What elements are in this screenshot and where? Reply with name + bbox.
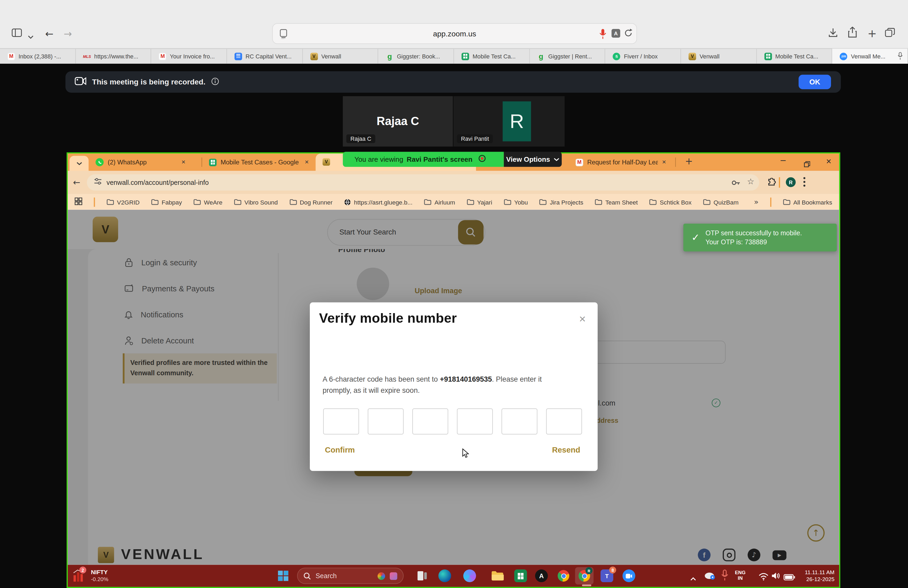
share-icon[interactable] bbox=[848, 27, 857, 40]
close-tab-icon[interactable]: ✕ bbox=[304, 159, 309, 165]
mic-icon[interactable] bbox=[599, 28, 606, 41]
safari-tab-venwall-meeting[interactable]: Venwall Me... bbox=[832, 48, 908, 64]
address-bar[interactable]: app.zoom.us A bbox=[272, 23, 637, 44]
bookmarks-overflow-icon[interactable]: » bbox=[754, 198, 758, 206]
kebab-menu-icon[interactable] bbox=[803, 177, 805, 189]
bookmark-folder-yajari[interactable]: Yajari bbox=[467, 198, 492, 205]
restore-window-icon[interactable] bbox=[804, 159, 810, 170]
otp-input-5[interactable] bbox=[502, 408, 538, 435]
battery-icon[interactable] bbox=[784, 572, 795, 583]
bookmark-link-gluege[interactable]: https://asrt.gluege.b... bbox=[344, 198, 412, 205]
record-dot-icon bbox=[478, 154, 486, 164]
file-explorer-icon[interactable] bbox=[491, 569, 504, 582]
spreadsheet-app-icon[interactable] bbox=[514, 569, 527, 582]
reload-icon[interactable] bbox=[624, 28, 633, 39]
back-button[interactable]: ← bbox=[45, 28, 53, 40]
bookmark-folder-yobu[interactable]: Yobu bbox=[504, 198, 528, 205]
bookmark-folder-quizbam[interactable]: QuizBam bbox=[703, 198, 738, 205]
resend-button[interactable]: Resend bbox=[552, 445, 580, 454]
tab-divider bbox=[675, 158, 676, 167]
otp-input-6[interactable] bbox=[546, 408, 582, 435]
taskbar-search[interactable]: Search bbox=[297, 568, 404, 584]
bookmark-folder-v2grid[interactable]: V2GRID bbox=[106, 198, 140, 205]
tab-search-button[interactable] bbox=[69, 156, 89, 171]
safari-tab-rc-capital[interactable]: RC Capital Vent... bbox=[227, 48, 303, 64]
participant-name-chip: Rajaa C bbox=[346, 134, 375, 143]
modal-close-icon[interactable]: ✕ bbox=[579, 314, 586, 324]
zoom-app-icon[interactable] bbox=[623, 569, 635, 582]
chrome-tab-whatsapp[interactable]: (2) WhatsApp ✕ bbox=[91, 153, 200, 171]
new-tab-button[interactable]: + bbox=[685, 156, 693, 167]
start-button[interactable] bbox=[278, 570, 288, 583]
safari-tab-fiverr[interactable]: Fiverr / Inbox bbox=[605, 48, 681, 64]
downloads-icon[interactable] bbox=[828, 28, 838, 40]
apps-grid-icon[interactable] bbox=[75, 197, 82, 207]
otp-input-4[interactable] bbox=[457, 408, 493, 435]
participant-tile-rajaa[interactable]: Rajaa C Rajaa C bbox=[343, 96, 453, 147]
safari-tab-mobile-test[interactable]: Mobile Test Ca... bbox=[454, 48, 530, 64]
task-view-icon[interactable] bbox=[416, 569, 428, 582]
taskbar-clock[interactable]: 11.11.11 AM 26-12-2025 bbox=[796, 569, 834, 583]
bookmark-folder-vibro-sound[interactable]: Vibro Sound bbox=[234, 198, 278, 205]
otp-input-1[interactable] bbox=[323, 408, 359, 435]
close-window-icon[interactable]: ✕ bbox=[826, 158, 832, 166]
weather-icon[interactable] bbox=[704, 570, 716, 583]
forward-button[interactable]: → bbox=[64, 28, 72, 40]
safari-tab-mls[interactable]: https://www.the... bbox=[76, 48, 151, 64]
bookmark-star-icon[interactable]: ☆ bbox=[747, 177, 754, 186]
safari-tab-giggster-rent[interactable]: Giggster | Rent... bbox=[530, 48, 605, 64]
wifi-icon[interactable] bbox=[758, 572, 768, 583]
close-tab-icon[interactable]: ✕ bbox=[662, 159, 666, 165]
ok-button[interactable]: OK bbox=[799, 75, 831, 89]
site-settings-icon[interactable] bbox=[94, 177, 102, 187]
safari-tab-inbox[interactable]: Inbox (2,388) -... bbox=[0, 48, 76, 64]
safari-tab-giggster-book[interactable]: Giggster: Book... bbox=[378, 48, 454, 64]
tab-overview-icon[interactable] bbox=[885, 28, 895, 40]
chrome-tab-sheets[interactable]: Mobile Test Cases - Google She ✕ bbox=[204, 153, 313, 171]
participant-tile-ravi[interactable]: R Ravi Pantit bbox=[454, 96, 565, 147]
profile-avatar[interactable]: R bbox=[786, 177, 796, 187]
chrome-icon[interactable] bbox=[557, 569, 570, 582]
bookmark-folder-schtick-box[interactable]: Schtick Box bbox=[649, 198, 692, 205]
bookmark-folder-fabpay[interactable]: Fabpay bbox=[151, 198, 182, 205]
otp-input-2[interactable] bbox=[368, 408, 404, 435]
tray-mic-icon[interactable] bbox=[721, 569, 729, 583]
language-indicator[interactable]: ENGIN bbox=[735, 570, 745, 581]
info-icon[interactable] bbox=[211, 77, 219, 87]
back-icon[interactable]: ← bbox=[73, 177, 80, 187]
copilot-icon[interactable] bbox=[463, 569, 476, 582]
otp-input-3[interactable] bbox=[412, 408, 448, 435]
bookmark-folder-weare[interactable]: WeAre bbox=[193, 198, 222, 205]
password-key-icon[interactable] bbox=[731, 179, 741, 189]
volume-icon[interactable] bbox=[771, 572, 781, 582]
bookmark-folder-airluum[interactable]: Airluum bbox=[424, 198, 455, 205]
safari-tab-mobile-test-2[interactable]: Mobile Test Ca... bbox=[757, 48, 832, 64]
teams-icon[interactable]: T 8 bbox=[601, 569, 613, 582]
mouse-cursor bbox=[462, 448, 469, 461]
clock-date: 26-12-2025 bbox=[806, 576, 834, 582]
chevron-down-icon[interactable] bbox=[28, 31, 34, 42]
chrome-profile-icon[interactable]: R bbox=[578, 569, 591, 582]
black-a-app-icon[interactable]: A bbox=[535, 569, 548, 582]
translate-icon[interactable]: A bbox=[612, 29, 620, 38]
safari-tab-invoice[interactable]: Your Invoice fro... bbox=[151, 48, 227, 64]
sidebar-toggle-icon[interactable] bbox=[12, 28, 22, 39]
close-tab-icon[interactable]: ✕ bbox=[181, 159, 185, 165]
extensions-icon[interactable] bbox=[767, 178, 776, 189]
bookmark-folder-jira-projects[interactable]: Jira Projects bbox=[539, 198, 583, 205]
chrome-tab-gmail[interactable]: Request for Half-Day Leave - ra ✕ bbox=[573, 153, 672, 171]
all-bookmarks-folder[interactable]: All Bookmarks bbox=[783, 198, 832, 205]
chrome-address-bar[interactable]: venwall.com/account/personal-info ☆ bbox=[87, 174, 759, 191]
bookmarks-bar: V2GRID Fabpay WeAre Vibro Sound Dog Runn… bbox=[68, 194, 839, 210]
otp-toast: ✓ OTP sent successfully to mobile. Your … bbox=[683, 224, 837, 251]
bookmark-folder-team-sheet[interactable]: Team Sheet bbox=[595, 198, 638, 205]
minimize-window-icon[interactable]: ─ bbox=[781, 156, 785, 165]
tray-chevron-icon[interactable] bbox=[690, 573, 696, 583]
view-options-button[interactable]: View Options bbox=[504, 151, 562, 167]
safari-tab-venwall-2[interactable]: Venwall bbox=[681, 48, 757, 64]
confirm-button[interactable]: Confirm bbox=[325, 445, 355, 454]
bookmark-folder-dog-runner[interactable]: Dog Runner bbox=[290, 198, 333, 205]
safari-tab-venwall[interactable]: Venwall bbox=[303, 48, 378, 64]
new-tab-icon[interactable]: + bbox=[868, 27, 877, 39]
edge-icon[interactable] bbox=[438, 569, 451, 582]
